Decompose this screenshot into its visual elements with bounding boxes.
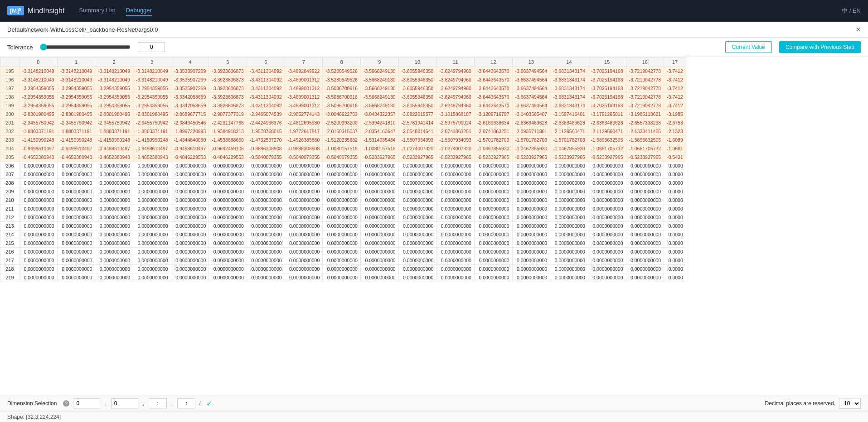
table-cell: 0.0000000000 <box>588 179 626 187</box>
help-icon[interactable]: ? <box>63 400 69 407</box>
table-cell: -3.1209716797 <box>474 110 512 119</box>
tolerance-label: Tolerance <box>7 44 33 51</box>
col-header-10: 10 <box>398 58 436 67</box>
table-cell: -3.2954359055 <box>19 93 58 101</box>
table-cell: -0.9498610497 <box>95 144 133 153</box>
table-cell: 0.0000000000 <box>19 213 58 222</box>
table-cell: 0.0000000000 <box>474 239 512 248</box>
dim-colon-1[interactable] <box>177 398 195 408</box>
table-cell: 0.0000000000 <box>588 213 626 222</box>
table-cell: 0.0000000000 <box>474 213 512 222</box>
table-cell: -0.4846229553 <box>171 153 209 162</box>
table-cell: 0.0000000000 <box>171 273 209 282</box>
table-cell: -3.4311304092 <box>247 76 285 84</box>
table-cell: -3.7412 <box>664 101 686 110</box>
col-header-5: 5 <box>209 58 247 67</box>
table-cell: -3.7025194168 <box>588 101 626 110</box>
table-cell: 0.0000000000 <box>436 273 475 282</box>
table-cell: 0.0000000000 <box>133 273 171 282</box>
logo: [M]⁵ MindInsight <box>7 6 64 15</box>
confirm-button[interactable]: ✓ <box>204 399 214 408</box>
table-cell: 0.0000000000 <box>171 179 209 187</box>
table-cell: 0.0000000000 <box>323 256 361 265</box>
table-cell: 0.0000000000 <box>398 205 436 213</box>
col-header-7: 7 <box>285 58 323 67</box>
table-cell: -3.6055946350 <box>398 67 436 76</box>
table-cell: 0.0000000000 <box>398 273 436 282</box>
tolerance-input[interactable] <box>138 42 165 52</box>
table-cell: -3.3148210049 <box>57 76 95 84</box>
table-cell: 0.0000000000 <box>133 213 171 222</box>
data-table-wrapper[interactable]: 0 1 2 3 4 5 6 7 8 9 10 11 12 13 14 15 16 <box>0 57 868 395</box>
dim-input-0[interactable] <box>73 398 100 408</box>
table-cell: -3.5280549526 <box>323 67 361 76</box>
table-cell: 0.0000 <box>664 170 686 179</box>
table-cell: 0.0000000000 <box>626 170 664 179</box>
table-cell: -3.3342058659 <box>171 93 209 101</box>
table-cell: 0.0000000000 <box>285 222 323 230</box>
table-cell: 0.0000000000 <box>171 230 209 239</box>
row-number-cell: 203 <box>0 136 19 144</box>
tolerance-slider[interactable] <box>40 43 131 51</box>
nav-debugger[interactable]: Debugger <box>126 5 152 16</box>
table-cell: -2.1129560471 <box>550 127 588 136</box>
table-cell: -3.2954359055 <box>19 84 58 93</box>
table-cell: -2.3843450546 <box>171 119 209 127</box>
current-value-button[interactable]: Current Value <box>725 41 772 53</box>
table-cell: -3.2954359055 <box>19 101 58 110</box>
table-cell: 0.0000000000 <box>285 213 323 222</box>
table-cell: 0.0000000000 <box>133 187 171 196</box>
nav-lang[interactable]: 中 / EN <box>842 7 861 15</box>
table-cell: 0.0000000000 <box>285 239 323 248</box>
table-cell: -2.1323411465 <box>626 127 664 136</box>
table-cell: 0.0000000000 <box>209 196 247 205</box>
dim-input-1[interactable] <box>111 398 138 408</box>
table-cell: -3.6637494564 <box>512 101 550 110</box>
col-header-11: 11 <box>436 58 475 67</box>
table-row: 2080.00000000000.00000000000.00000000000… <box>0 179 686 187</box>
table-cell: -0.9498610497 <box>133 144 171 153</box>
table-cell: 0.0000000000 <box>398 162 436 170</box>
row-number-cell: 204 <box>0 144 19 153</box>
table-cell: -3.3535907269 <box>171 76 209 84</box>
decimal-select[interactable]: 10 6 8 <box>839 398 861 409</box>
table-cell: -2.6363489628 <box>588 119 626 127</box>
table-cell: -3.3148210049 <box>19 76 58 84</box>
table-cell: 0.0000000000 <box>171 162 209 170</box>
col-header-0: 0 <box>19 58 58 67</box>
table-cell: 0.0000000000 <box>588 196 626 205</box>
table-cell: -3.3535907269 <box>171 67 209 76</box>
table-cell: 0.0000000000 <box>19 196 58 205</box>
table-cell: 0.0000000000 <box>19 162 58 170</box>
table-cell: -3.0046622753 <box>323 110 361 119</box>
table-cell: 0.0000000000 <box>474 196 512 205</box>
close-button[interactable]: × <box>856 25 861 34</box>
compare-button[interactable]: Compare with Previous Step <box>779 41 861 53</box>
row-number-cell: 211 <box>0 205 19 213</box>
table-cell: -3.1597416401 <box>550 110 588 119</box>
table-cell: -3.6249794960 <box>436 67 475 76</box>
table-cell: 0.0000000000 <box>57 222 95 230</box>
table-cell: -2.0160315037 <box>323 127 361 136</box>
main-content: Default/network-WithLossCell/_backbone-R… <box>0 22 868 422</box>
table-cell: 0.0000 <box>664 248 686 256</box>
table-cell: -3.6831343174 <box>550 93 588 101</box>
table-cell: -3.3923606873 <box>209 67 247 76</box>
col-header-9: 9 <box>360 58 398 67</box>
col-header-1: 1 <box>57 58 95 67</box>
table-cell: 0.0000000000 <box>171 196 209 205</box>
table-cell: 0.0000000000 <box>95 170 133 179</box>
table-row: 2100.00000000000.00000000000.00000000000… <box>0 196 686 205</box>
table-cell: 0.0000000000 <box>626 248 664 256</box>
table-cell: 0.0000000000 <box>550 179 588 187</box>
dim-colon-0[interactable] <box>149 398 167 408</box>
table-cell: 0.0000000000 <box>398 239 436 248</box>
row-number-cell: 195 <box>0 67 19 76</box>
table-cell: -0.5233927965 <box>512 153 550 162</box>
table-cell: -3.7412 <box>664 93 686 101</box>
table-cell: -3.5668249130 <box>360 76 398 84</box>
table-cell: -0.5233927965 <box>398 153 436 162</box>
nav-summary-list[interactable]: Summary List <box>79 5 115 16</box>
table-cell: 0.0000 <box>664 213 686 222</box>
table-cell: 0.0000000000 <box>474 256 512 265</box>
